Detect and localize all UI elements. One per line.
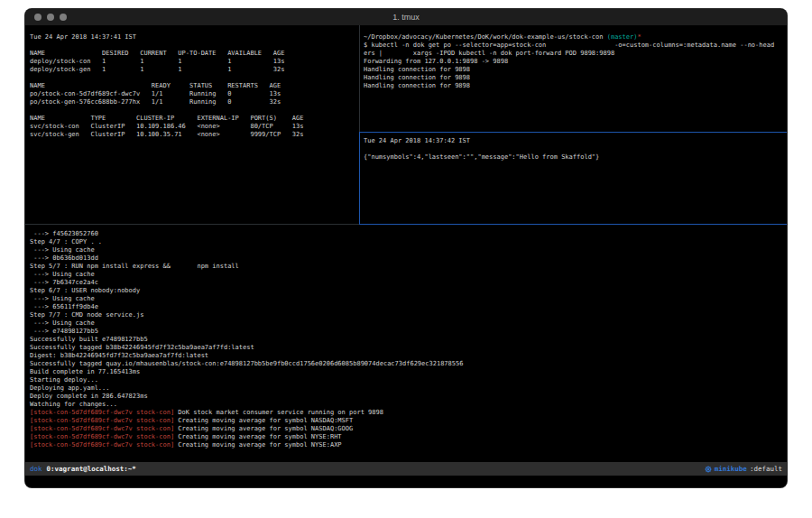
terminal-line — [364, 145, 787, 153]
pane-skaffold-build-log[interactable]: ---> f45623052760Step 4/7 : COPY . . ---… — [25, 225, 787, 462]
terminal-line: svc/stock-con ClusterIP 10.109.186.46 <n… — [30, 123, 359, 131]
terminal-line: [stock-con-5d7df689cf-dwc7v stock-con] C… — [30, 433, 787, 441]
terminal-line: po/stock-con-5d7df689cf-dwc7v 1/1 Runnin… — [30, 90, 359, 98]
terminal-line: Step 7/7 : CMD node service.js — [30, 311, 787, 319]
kube-cluster-name: minikube — [715, 465, 747, 473]
terminal-line: ---> 0b636bd013dd — [30, 254, 787, 263]
terminal-line: ---> e74898127bb5 — [30, 328, 787, 336]
terminal-line: Successfully built e74898127bb5 — [30, 336, 787, 344]
terminal-line: Step 6/7 : USER nobody:nobody — [30, 287, 787, 295]
tmux-status-bar: dok 0:vagrant@localhost:~* minikube:defa… — [25, 462, 787, 476]
pane-border-horizontal-bottom-active — [359, 224, 787, 225]
pane-port-forward[interactable]: ~/Dropbox/advocacy/Kubernetes/DoK/work/d… — [360, 25, 787, 132]
terminal-line: ---> Using cache — [30, 246, 787, 254]
tmux-status-right: minikube:default — [705, 465, 782, 473]
terminal-line: ---> Using cache — [30, 295, 787, 303]
pane-border-vertical-bottom-active — [359, 132, 360, 225]
terminal-line: Step 5/7 : RUN npm install express && np… — [30, 263, 787, 271]
terminal-line: ers | xargs -IPOD kubectl -n dok port-fo… — [364, 50, 787, 58]
terminal-line: [stock-con-5d7df689cf-dwc7v stock-con] D… — [30, 409, 787, 417]
terminal-line: [stock-con-5d7df689cf-dwc7v stock-con] C… — [30, 425, 787, 433]
terminal-line: Handling connection for 9898 — [364, 74, 787, 82]
kube-context-name: :default — [750, 465, 782, 473]
window-title: 1. tmux — [25, 13, 787, 22]
pane-kubectl-resources[interactable]: Tue 24 Apr 2018 14:37:41 IST NAME DESIRE… — [25, 25, 359, 224]
terminal-line: Deploy complete in 286.647823ms — [30, 393, 787, 401]
terminal-line: ---> f45623052760 — [30, 230, 787, 238]
terminal-line: ---> 65611ff9db4e — [30, 303, 787, 311]
terminal-line: $ kubectl -n dok get po --selector=app=s… — [364, 42, 787, 50]
terminal-line: NAME DESIRED CURRENT UP-TO-DATE AVAILABL… — [30, 50, 359, 58]
terminal-line: deploy/stock-con 1 1 1 1 13s — [30, 58, 359, 66]
terminal-line: Step 4/7 : COPY . . — [30, 238, 787, 246]
terminal-line: Build complete in 77.165413ms — [30, 368, 787, 376]
window-titlebar[interactable]: 1. tmux — [25, 9, 787, 25]
terminal-line: ---> Using cache — [30, 271, 787, 279]
terminal-line: Digest: b38b42246945fd7f32c5ba9aea7af7fd… — [30, 352, 787, 360]
terminal-line: ~/Dropbox/advocacy/Kubernetes/DoK/work/d… — [364, 33, 787, 42]
terminal-line: {"numsymbols":4,"lastseen":"","message":… — [364, 153, 787, 162]
terminal-line: Starting deploy... — [30, 376, 787, 384]
terminal-line: Handling connection for 9898 — [364, 82, 787, 90]
kubernetes-helm-icon — [705, 466, 712, 473]
pane-border-vertical-top — [359, 25, 360, 132]
terminal-content: Tue 24 Apr 2018 14:37:41 IST NAME DESIRE… — [25, 25, 787, 487]
terminal-line: deploy/stock-gen 1 1 1 1 32s — [30, 66, 359, 74]
terminal-line: ---> 7b6347ce2a4c — [30, 279, 787, 287]
terminal-line: [stock-con-5d7df689cf-dwc7v stock-con] C… — [30, 441, 787, 449]
terminal-line — [30, 42, 359, 50]
terminal-line: Forwarding from 127.0.0.1:9898 -> 9898 — [364, 58, 787, 66]
pane-service-response[interactable]: Tue 24 Apr 2018 14:37:42 IST {"numsymbol… — [360, 133, 787, 224]
terminal-line: [stock-con-5d7df689cf-dwc7v stock-con] C… — [30, 417, 787, 425]
tmux-window-label: 0:vagrant@localhost:~* — [47, 465, 136, 473]
terminal-line: po/stock-gen-576cc688bb-277hx 1/1 Runnin… — [30, 98, 359, 106]
terminal-line — [30, 74, 359, 82]
terminal-line: NAME TYPE CLUSTER-IP EXTERNAL-IP PORT(S)… — [30, 115, 359, 123]
terminal-line: Tue 24 Apr 2018 14:37:42 IST — [364, 137, 787, 145]
tmux-session-name: dok — [30, 465, 42, 473]
terminal-line: ---> Using cache — [30, 319, 787, 328]
terminal-line: Deploying app.yaml... — [30, 384, 787, 393]
terminal-line: Successfully tagged quay.io/mhausenblas/… — [30, 360, 787, 368]
pane-border-horizontal-right-active — [359, 132, 787, 133]
terminal-line: Successfully tagged b38b42246945fd7f32c5… — [30, 344, 787, 352]
terminal-window: 1. tmux Tue 24 Apr 2018 14:37:41 IST NAM… — [25, 9, 787, 487]
terminal-line: svc/stock-gen ClusterIP 10.100.35.71 <no… — [30, 131, 359, 139]
terminal-line — [30, 106, 359, 115]
terminal-line: NAME READY STATUS RESTARTS AGE — [30, 82, 359, 90]
terminal-line: Tue 24 Apr 2018 14:37:41 IST — [30, 33, 359, 42]
terminal-line: Watching for changes... — [30, 401, 787, 409]
pane-border-horizontal-left — [25, 224, 359, 225]
terminal-line: Handling connection for 9898 — [364, 66, 787, 74]
